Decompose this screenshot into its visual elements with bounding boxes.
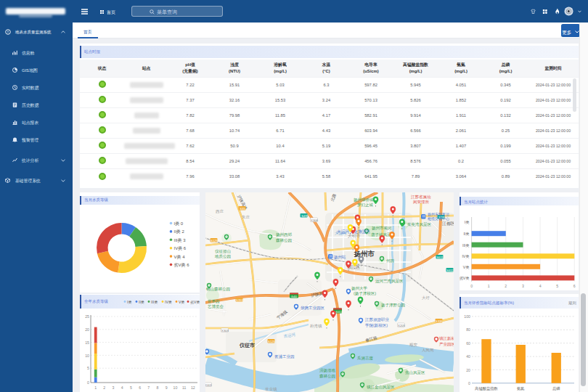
svg-text:西庄: 西庄 xyxy=(216,209,224,214)
svg-text:II类: II类 xyxy=(139,300,144,304)
svg-text:0: 0 xyxy=(468,381,470,385)
svg-text:镇江金山风景区: 镇江金山风景区 xyxy=(367,385,395,390)
svg-text:华腾工业园区: 华腾工业园区 xyxy=(301,306,325,311)
svg-text:6: 6 xyxy=(573,284,576,288)
svg-text:枢纽交通中心: 枢纽交通中心 xyxy=(428,216,449,221)
svg-text:梦幻之城: 梦幻之城 xyxy=(357,203,374,208)
svg-text:2: 2 xyxy=(103,385,105,390)
svg-text:S611: S611 xyxy=(436,256,444,259)
svg-text:森林公园: 森林公园 xyxy=(319,374,335,379)
svg-text:25: 25 xyxy=(85,314,89,319)
svg-text:10: 10 xyxy=(85,354,89,358)
svg-text:60: 60 xyxy=(466,341,470,346)
svg-text:X205: X205 xyxy=(398,324,405,327)
svg-text:3: 3 xyxy=(522,284,524,288)
svg-text:100: 100 xyxy=(464,314,470,319)
svg-text:扬州华侨城: 扬州华侨城 xyxy=(354,197,374,203)
svg-text:何园: 何园 xyxy=(386,258,394,264)
svg-text:IV类 6: IV类 6 xyxy=(174,246,187,250)
svg-text:III类: III类 xyxy=(151,300,158,304)
svg-text:江苏旅游职业: 江苏旅游职业 xyxy=(365,317,390,322)
svg-text:5: 5 xyxy=(130,385,132,390)
svg-text:闲管理所: 闲管理所 xyxy=(413,200,430,205)
svg-text:世业镇: 世业镇 xyxy=(265,387,277,391)
svg-text:V类: V类 xyxy=(463,265,470,269)
svg-text:顺安: 顺安 xyxy=(409,343,418,347)
svg-text:茱萸湾风景区: 茱萸湾风景区 xyxy=(407,222,432,227)
svg-text:高锰酸盐指数: 高锰酸盐指数 xyxy=(475,386,498,391)
svg-text:焦山风景区: 焦山风景区 xyxy=(405,370,425,375)
svg-text:15: 15 xyxy=(85,340,89,345)
svg-text:20: 20 xyxy=(466,368,470,372)
svg-text:7: 7 xyxy=(147,385,150,390)
svg-text:5: 5 xyxy=(87,366,89,370)
svg-text:(扬子津校区): (扬子津校区) xyxy=(354,291,376,296)
svg-text:V类 4: V类 4 xyxy=(174,255,186,259)
svg-text:12: 12 xyxy=(191,385,195,390)
svg-text:X303: X303 xyxy=(221,329,229,332)
svg-text:胥浦工业园: 胥浦工业园 xyxy=(274,354,295,359)
svg-text:朴湾镇: 朴湾镇 xyxy=(309,324,322,329)
svg-text:0: 0 xyxy=(87,380,89,385)
svg-text:扬州站: 扬州站 xyxy=(334,255,346,260)
svg-text:劣V类 6: 劣V类 6 xyxy=(174,263,190,268)
svg-text:S125: S125 xyxy=(211,239,218,242)
svg-text:江苏省属仙: 江苏省属仙 xyxy=(411,195,431,200)
svg-text:劣V类: 劣V类 xyxy=(460,276,470,281)
svg-text:S353: S353 xyxy=(236,298,243,302)
svg-text:6: 6 xyxy=(139,385,141,390)
svg-text:4: 4 xyxy=(539,284,542,288)
svg-text:III类: III类 xyxy=(462,243,470,248)
svg-text:扬州西郊: 扬州西郊 xyxy=(276,232,293,237)
svg-text:3: 3 xyxy=(113,385,115,390)
svg-text:I类: I类 xyxy=(127,300,131,304)
svg-text:氨氮: 氨氮 xyxy=(517,386,525,391)
svg-text:世界园: 世界园 xyxy=(208,299,220,304)
svg-text:II类: II类 xyxy=(463,232,469,236)
svg-text:80: 80 xyxy=(466,327,470,332)
svg-text:地质公园: 地质公园 xyxy=(214,254,231,259)
svg-text:江都区: 江都区 xyxy=(442,221,454,226)
svg-text:9: 9 xyxy=(166,385,168,390)
svg-text:I类: I类 xyxy=(465,220,470,224)
svg-text:4: 4 xyxy=(121,385,123,390)
svg-text:G40: G40 xyxy=(291,295,298,298)
svg-text:扬州大学: 扬州大学 xyxy=(351,286,368,291)
svg-text:10: 10 xyxy=(173,385,178,390)
svg-text:瓜洲古渡: 瓜洲古渡 xyxy=(357,356,374,361)
svg-text:20: 20 xyxy=(85,327,89,332)
svg-text:人民闸: 人民闸 xyxy=(422,348,434,353)
svg-text:S35: S35 xyxy=(240,207,245,211)
svg-text:11: 11 xyxy=(182,385,186,390)
svg-text:V类: V类 xyxy=(179,300,184,304)
svg-text:艺博览会: 艺博览会 xyxy=(208,304,224,309)
svg-text:S49: S49 xyxy=(301,214,307,218)
svg-text:大圩: 大圩 xyxy=(422,295,430,300)
svg-text:镇江新材料: 镇江新材料 xyxy=(439,336,454,341)
svg-text:朱庄: 朱庄 xyxy=(242,215,250,219)
svg-text:2: 2 xyxy=(505,284,507,288)
svg-text:润扬湿地: 润扬湿地 xyxy=(319,368,336,373)
svg-text:1: 1 xyxy=(94,385,97,390)
svg-text:总磷: 总磷 xyxy=(552,386,560,391)
svg-text:仪征市: 仪征市 xyxy=(239,342,255,348)
svg-text:森林公园: 森林公园 xyxy=(276,238,292,243)
svg-text:IV类: IV类 xyxy=(462,254,469,258)
svg-text:5: 5 xyxy=(556,284,558,288)
svg-text:学院(新校区): 学院(新校区) xyxy=(365,323,388,328)
svg-text:II类 2: II类 2 xyxy=(174,229,185,234)
svg-text:X306: X306 xyxy=(311,219,318,222)
svg-text:产业园区: 产业园区 xyxy=(439,342,454,347)
svg-text:S612: S612 xyxy=(446,269,454,272)
svg-text:III类 3: III类 3 xyxy=(174,238,187,242)
svg-text:8: 8 xyxy=(157,385,159,390)
svg-text:X001: X001 xyxy=(205,383,213,387)
svg-text:扬子津野公园: 扬子津野公园 xyxy=(381,303,405,308)
svg-text:40: 40 xyxy=(466,354,470,359)
svg-text:S336: S336 xyxy=(436,319,443,323)
svg-text:劣V类: 劣V类 xyxy=(190,300,200,305)
svg-text:IV类: IV类 xyxy=(165,300,172,304)
svg-text:大明寺: 大明寺 xyxy=(348,233,361,238)
svg-text:1: 1 xyxy=(488,284,490,288)
svg-text:仪征捺山: 仪征捺山 xyxy=(215,249,231,254)
